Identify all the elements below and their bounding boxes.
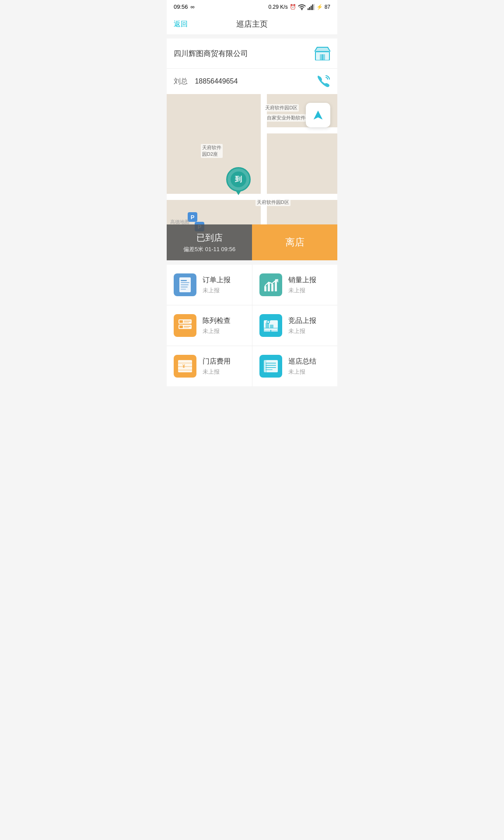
phone-number: 18856449654 (195, 77, 238, 85)
menu-item-display-check[interactable]: 陈列检查 未上报 (167, 305, 252, 346)
svg-rect-42 (178, 370, 192, 371)
svg-rect-2 (309, 7, 310, 10)
checkin-done-title: 已到店 (196, 232, 223, 244)
svg-rect-30 (184, 327, 189, 328)
store-expense-title: 门店费用 (203, 357, 231, 366)
competitor-report-icon (259, 314, 282, 337)
company-row: 四川辉图商贸有限公司 (167, 38, 337, 69)
wifi-icon (298, 4, 306, 10)
svg-marker-11 (313, 110, 323, 120)
svg-rect-24 (179, 320, 183, 323)
tour-summary-text: 巡店总结 未上报 (288, 357, 316, 376)
contact-info: 刘总 18856449654 (174, 77, 238, 86)
order-report-icon (174, 273, 196, 296)
svg-rect-34 (270, 325, 273, 328)
order-report-status: 未上报 (203, 287, 231, 294)
svg-rect-33 (266, 323, 269, 328)
svg-rect-19 (268, 283, 270, 291)
alarm-icon: ⏰ (290, 4, 296, 10)
svg-rect-3 (311, 6, 312, 10)
competitor-report-title: 竞品上报 (288, 316, 316, 326)
svg-rect-18 (264, 286, 266, 291)
svg-rect-40 (178, 363, 192, 364)
svg-rect-21 (275, 280, 277, 291)
company-name: 四川辉图商贸有限公司 (174, 49, 248, 59)
sales-report-text: 销量上报 未上报 (288, 276, 316, 294)
app-header: 返回 巡店主页 (167, 14, 337, 35)
svg-point-0 (301, 9, 302, 10)
sales-report-title: 销量上报 (288, 276, 316, 285)
svg-rect-20 (271, 284, 273, 291)
location-marker: 到 (226, 167, 251, 195)
competitor-report-text: 竞品上报 未上报 (288, 316, 316, 335)
checkout-button[interactable]: 离店 (252, 224, 337, 260)
back-button[interactable]: 返回 (174, 20, 188, 29)
map-label-4: 天府软件园D区 (256, 199, 290, 206)
sales-report-status: 未上报 (288, 287, 316, 294)
svg-rect-16 (181, 287, 188, 287)
tour-summary-title: 巡店总结 (288, 357, 316, 366)
contact-title: 刘总 (174, 77, 188, 85)
svg-rect-28 (179, 326, 183, 328)
network-speed: 0.29 K/s (269, 4, 288, 10)
page-title: 巡店主页 (236, 19, 268, 29)
charging-icon: ⚡ (316, 4, 323, 10)
map-label-1: 天府软件园D区 (264, 104, 299, 112)
store-expense-icon: ¥ (174, 355, 196, 378)
navigate-button[interactable] (306, 103, 330, 127)
info-section: 四川辉图商贸有限公司 刘总 18856449654 (167, 38, 337, 94)
svg-rect-14 (181, 282, 189, 283)
map-label-3: 天府软件园D2座 (201, 144, 223, 158)
svg-rect-46 (266, 365, 276, 366)
marker-text: 到 (235, 175, 242, 184)
menu-grid: 订单上报 未上报 销量上报 未上报 (167, 265, 337, 386)
display-check-status: 未上报 (203, 327, 231, 335)
checkin-bar: 已到店 偏差5米 01-11 09:56 离店 (167, 224, 337, 260)
store-expense-text: 门店费用 未上报 (203, 357, 231, 376)
sales-report-icon (259, 273, 282, 296)
svg-rect-49 (264, 360, 266, 372)
svg-rect-29 (184, 326, 191, 327)
status-right: 0.29 K/s ⏰ ⚡ 87 (269, 4, 330, 10)
tour-summary-status: 未上报 (288, 368, 316, 376)
marker-outer: 到 (226, 167, 251, 192)
time: 09:56 (174, 4, 188, 10)
store-icon[interactable] (315, 46, 330, 61)
menu-item-order-report[interactable]: 订单上报 未上报 (167, 265, 252, 305)
tour-summary-icon (259, 355, 282, 378)
svg-rect-41 (178, 366, 192, 367)
contact-row: 刘总 18856449654 (167, 69, 337, 94)
competitor-report-status: 未上报 (288, 327, 316, 335)
svg-rect-45 (266, 363, 276, 364)
svg-rect-25 (184, 321, 191, 322)
store-expense-status: 未上报 (203, 368, 231, 376)
svg-rect-47 (266, 367, 276, 368)
battery: 87 (325, 4, 330, 10)
menu-item-competitor-report[interactable]: 竞品上报 未上报 (252, 305, 338, 346)
svg-rect-15 (181, 284, 189, 285)
marker-inner: 到 (231, 172, 246, 187)
menu-item-store-expense[interactable]: ¥ 门店费用 未上报 (167, 346, 252, 386)
svg-rect-5 (314, 4, 315, 10)
status-bar: 09:56 ∞ 0.29 K/s ⏰ ⚡ 87 (167, 0, 337, 14)
svg-text:¥: ¥ (182, 364, 185, 369)
signal-icon (308, 4, 315, 10)
svg-rect-4 (312, 4, 313, 10)
infinity-icon: ∞ (191, 4, 195, 10)
svg-rect-17 (181, 289, 186, 290)
display-check-icon (174, 314, 196, 337)
svg-rect-1 (308, 8, 309, 10)
order-report-title: 订单上报 (203, 276, 231, 285)
menu-item-tour-summary[interactable]: 巡店总结 未上报 (252, 346, 338, 386)
svg-rect-13 (181, 280, 187, 281)
order-report-text: 订单上报 未上报 (203, 276, 231, 294)
checkin-done-subtitle: 偏差5米 01-11 09:56 (183, 245, 235, 253)
phone-call-icon[interactable] (317, 75, 330, 88)
checkin-done: 已到店 偏差5米 01-11 09:56 (167, 224, 252, 260)
menu-item-sales-report[interactable]: 销量上报 未上报 (252, 265, 338, 305)
display-check-title: 陈列检查 (203, 316, 231, 326)
svg-rect-26 (184, 322, 189, 323)
status-left: 09:56 ∞ (174, 4, 195, 10)
map-container: 天府软件园D区 自家安业外勤软件公司 天府软件园D2座 天府软件园D区 P P … (167, 94, 337, 260)
display-check-text: 陈列检查 未上报 (203, 316, 231, 335)
